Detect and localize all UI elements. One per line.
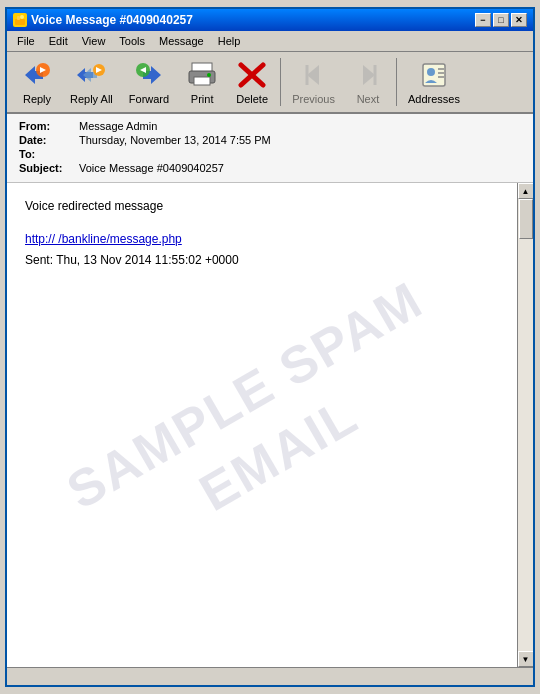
svg-point-2 [20, 15, 24, 19]
to-label: To: [19, 148, 79, 160]
print-button[interactable]: Print [178, 56, 226, 108]
svg-point-16 [207, 73, 211, 77]
status-bar [7, 667, 533, 685]
previous-icon [298, 59, 330, 91]
body-text: Voice redirected message [25, 197, 499, 216]
header-subject-row: Subject: Voice Message #0409040257 [19, 162, 521, 174]
forward-icon [133, 59, 165, 91]
email-headers: From: Message Admin Date: Thursday, Nove… [7, 114, 533, 183]
window-icon [13, 13, 27, 27]
next-button[interactable]: Next [344, 56, 392, 108]
email-body: SAMPLE SPAM EMAIL Voice redirected messa… [7, 183, 517, 667]
menu-message[interactable]: Message [153, 33, 210, 49]
date-label: Date: [19, 134, 79, 146]
subject-value: Voice Message #0409040257 [79, 162, 224, 174]
print-label: Print [191, 93, 214, 105]
body-link[interactable]: http:// /bankline/message.php [25, 232, 182, 246]
svg-marker-19 [307, 65, 319, 85]
scroll-thumb[interactable] [519, 199, 533, 239]
scroll-down-arrow[interactable]: ▼ [518, 651, 534, 667]
delete-icon [236, 59, 268, 91]
reply-all-button[interactable]: Reply All [63, 56, 120, 108]
previous-label: Previous [292, 93, 335, 105]
print-icon [186, 59, 218, 91]
reply-button[interactable]: Reply [13, 56, 61, 108]
forward-label: Forward [129, 93, 169, 105]
addresses-button[interactable]: Addresses [401, 56, 467, 108]
svg-rect-0 [15, 19, 25, 25]
scroll-up-arrow[interactable]: ▲ [518, 183, 534, 199]
header-to-row: To: [19, 148, 521, 160]
addresses-icon [418, 59, 450, 91]
menu-help[interactable]: Help [212, 33, 247, 49]
body-sent: Sent: Thu, 13 Nov 2014 11:55:02 +0000 [25, 251, 499, 270]
subject-label: Subject: [19, 162, 79, 174]
watermark-line1: SAMPLE SPAM [55, 267, 435, 525]
from-value: Message Admin [79, 120, 157, 132]
delete-button[interactable]: Delete [228, 56, 276, 108]
toolbar-separator-1 [280, 58, 281, 106]
previous-button[interactable]: Previous [285, 56, 342, 108]
next-label: Next [357, 93, 380, 105]
menu-view[interactable]: View [76, 33, 112, 49]
maximize-button[interactable]: □ [493, 13, 509, 27]
svg-rect-15 [194, 77, 210, 85]
header-date-row: Date: Thursday, November 13, 2014 7:55 P… [19, 134, 521, 146]
svg-rect-1 [17, 16, 20, 20]
toolbar: Reply Reply All F [7, 52, 533, 114]
scroll-track[interactable] [518, 199, 534, 651]
scrollbar[interactable]: ▲ ▼ [517, 183, 533, 667]
addresses-label: Addresses [408, 93, 460, 105]
reply-label: Reply [23, 93, 51, 105]
reply-icon [21, 59, 53, 91]
title-bar-left: Voice Message #0409040257 [13, 13, 193, 27]
date-value: Thursday, November 13, 2014 7:55 PM [79, 134, 271, 146]
minimize-button[interactable]: − [475, 13, 491, 27]
body-link-paragraph: http:// /bankline/message.php [25, 230, 499, 249]
watermark: SAMPLE SPAM EMAIL [55, 267, 469, 584]
delete-label: Delete [236, 93, 268, 105]
title-controls: − □ ✕ [475, 13, 527, 27]
svg-marker-21 [363, 65, 375, 85]
close-button[interactable]: ✕ [511, 13, 527, 27]
title-bar: Voice Message #0409040257 − □ ✕ [7, 9, 533, 31]
header-from-row: From: Message Admin [19, 120, 521, 132]
toolbar-separator-2 [396, 58, 397, 106]
reply-all-icon [75, 59, 107, 91]
next-icon [352, 59, 384, 91]
forward-button[interactable]: Forward [122, 56, 176, 108]
from-label: From: [19, 120, 79, 132]
reply-all-label: Reply All [70, 93, 113, 105]
svg-point-24 [427, 68, 435, 76]
menu-bar: File Edit View Tools Message Help [7, 31, 533, 52]
menu-file[interactable]: File [11, 33, 41, 49]
menu-tools[interactable]: Tools [113, 33, 151, 49]
email-body-wrapper: SAMPLE SPAM EMAIL Voice redirected messa… [7, 183, 533, 667]
watermark-line2: EMAIL [89, 325, 469, 583]
window-title: Voice Message #0409040257 [31, 13, 193, 27]
menu-edit[interactable]: Edit [43, 33, 74, 49]
main-window: Voice Message #0409040257 − □ ✕ File Edi… [5, 7, 535, 687]
